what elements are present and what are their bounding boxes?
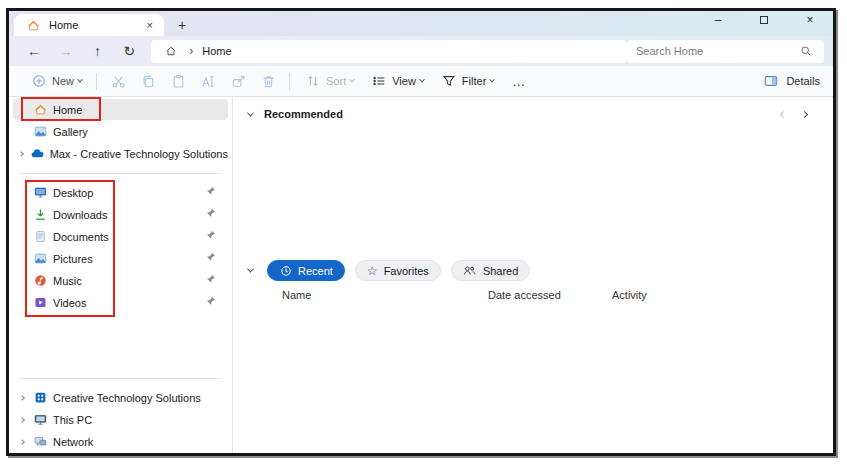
sidebar-item-label: Max - Creative Technology Solutions	[50, 148, 228, 160]
plus-circle-icon	[30, 74, 48, 88]
sidebar-item-videos[interactable]: Videos	[13, 292, 228, 313]
column-date-accessed[interactable]: Date accessed	[488, 289, 561, 301]
share-icon	[223, 74, 253, 89]
collapse-chevron-icon[interactable]	[247, 266, 254, 273]
tab-shared[interactable]: Shared	[451, 260, 530, 281]
new-tab-button[interactable]: +	[178, 18, 186, 32]
breadcrumb-separator: ›	[189, 44, 193, 58]
clock-icon	[279, 265, 292, 277]
sidebar-item-label: Documents	[53, 231, 109, 243]
sidebar-item-downloads[interactable]: Downloads	[13, 204, 228, 225]
sidebar-item-onedrive[interactable]: Max - Creative Technology Solutions	[13, 143, 228, 164]
navigation-bar: ← → ↑ ↻ › Home	[9, 36, 833, 66]
copy-icon	[133, 74, 163, 89]
sort-button-label: Sort	[326, 75, 346, 87]
desktop-icon	[31, 186, 49, 199]
people-icon	[463, 264, 477, 277]
new-button[interactable]: New	[22, 74, 90, 88]
close-icon[interactable]: ×	[797, 13, 823, 27]
sidebar-divider	[19, 378, 222, 379]
view-button[interactable]: View	[362, 74, 432, 88]
recommended-label: Recommended	[264, 108, 343, 120]
refresh-icon[interactable]: ↻	[113, 43, 145, 59]
organization-icon	[31, 391, 49, 404]
documents-icon	[31, 230, 49, 243]
search-input[interactable]	[636, 45, 797, 57]
recommended-section-header: Recommended	[233, 97, 833, 120]
more-options-icon[interactable]: …	[502, 74, 536, 89]
tab-label: Favorites	[384, 265, 429, 277]
breadcrumb-location[interactable]: Home	[202, 45, 231, 57]
sidebar-item-label: This PC	[53, 414, 92, 426]
sidebar-item-label: Gallery	[53, 126, 88, 138]
sidebar-item-network[interactable]: Network	[13, 431, 228, 452]
filter-button-label: Filter	[462, 75, 486, 87]
search-box[interactable]	[627, 40, 824, 63]
maximize-icon[interactable]	[751, 13, 777, 27]
chevron-down-icon	[489, 77, 495, 83]
up-icon[interactable]: ↑	[82, 43, 114, 59]
filter-button[interactable]: Filter	[432, 74, 502, 88]
chevron-down-icon	[77, 77, 83, 83]
back-icon[interactable]: ←	[18, 43, 50, 59]
address-bar[interactable]: › Home	[151, 40, 627, 63]
tab-close-icon[interactable]: ×	[144, 19, 156, 32]
sidebar-item-this-pc[interactable]: This PC	[13, 409, 228, 430]
toolbar-divider	[96, 73, 97, 90]
chevron-right-icon[interactable]	[18, 151, 24, 157]
sidebar-item-home[interactable]: Home	[13, 99, 228, 120]
sort-icon	[304, 74, 322, 88]
explorer-window: Home × + – × ← → ↑ ↻ › Home	[6, 8, 836, 456]
tab-recent[interactable]: Recent	[267, 260, 345, 281]
chevron-right-icon[interactable]	[19, 395, 25, 401]
paste-icon	[163, 74, 193, 89]
view-icon	[370, 74, 388, 88]
tab-bar: Home × + – ×	[9, 11, 833, 36]
column-name[interactable]: Name	[282, 289, 311, 301]
collapse-chevron-icon[interactable]	[247, 109, 254, 116]
filter-icon	[440, 74, 458, 88]
sidebar-item-music[interactable]: Music	[13, 270, 228, 291]
downloads-icon	[31, 208, 49, 221]
sidebar-item-desktop[interactable]: Desktop	[13, 182, 228, 203]
scroll-right-icon[interactable]	[801, 110, 808, 117]
forward-icon: →	[50, 43, 82, 59]
pin-icon	[206, 186, 216, 198]
tab-home[interactable]: Home ×	[14, 14, 164, 36]
details-button[interactable]: Details	[762, 74, 820, 88]
sidebar-item-gallery[interactable]: Gallery	[13, 121, 228, 142]
sort-button: Sort	[296, 74, 362, 88]
sidebar-item-organization[interactable]: Creative Technology Solutions	[13, 387, 228, 408]
sidebar-item-pictures[interactable]: Pictures	[13, 248, 228, 269]
pictures-icon	[31, 252, 49, 265]
sidebar-item-label: Creative Technology Solutions	[53, 392, 201, 404]
chevron-right-icon[interactable]	[19, 439, 25, 445]
details-pane-icon	[762, 74, 780, 88]
quick-access-tabs: Recent ☆ Favorites Shared	[248, 260, 530, 281]
home-icon	[24, 19, 42, 32]
sidebar-item-label: Pictures	[53, 253, 93, 265]
new-button-label: New	[52, 75, 74, 87]
sidebar-divider	[19, 173, 222, 174]
chevron-down-icon	[419, 77, 425, 83]
pin-icon	[206, 274, 216, 286]
navigation-pane: Home Gallery Max - Creative Technology S…	[9, 97, 233, 453]
chevron-right-icon[interactable]	[19, 417, 25, 423]
tab-label: Home	[49, 19, 137, 31]
pin-icon	[206, 252, 216, 264]
tab-label: Recent	[298, 265, 333, 277]
chevron-down-icon	[349, 77, 355, 83]
scroll-left-icon	[780, 110, 787, 117]
command-toolbar: New Sort	[9, 66, 833, 97]
pin-icon	[206, 230, 216, 242]
sidebar-item-label: Home	[53, 104, 82, 116]
cut-icon	[103, 74, 133, 89]
search-icon[interactable]	[797, 45, 815, 57]
tab-favorites[interactable]: ☆ Favorites	[355, 260, 441, 281]
pin-icon	[206, 296, 216, 308]
onedrive-icon	[29, 147, 45, 161]
sidebar-item-documents[interactable]: Documents	[13, 226, 228, 247]
column-activity[interactable]: Activity	[612, 289, 647, 301]
minimize-icon[interactable]: –	[705, 13, 731, 27]
music-icon	[31, 274, 49, 287]
